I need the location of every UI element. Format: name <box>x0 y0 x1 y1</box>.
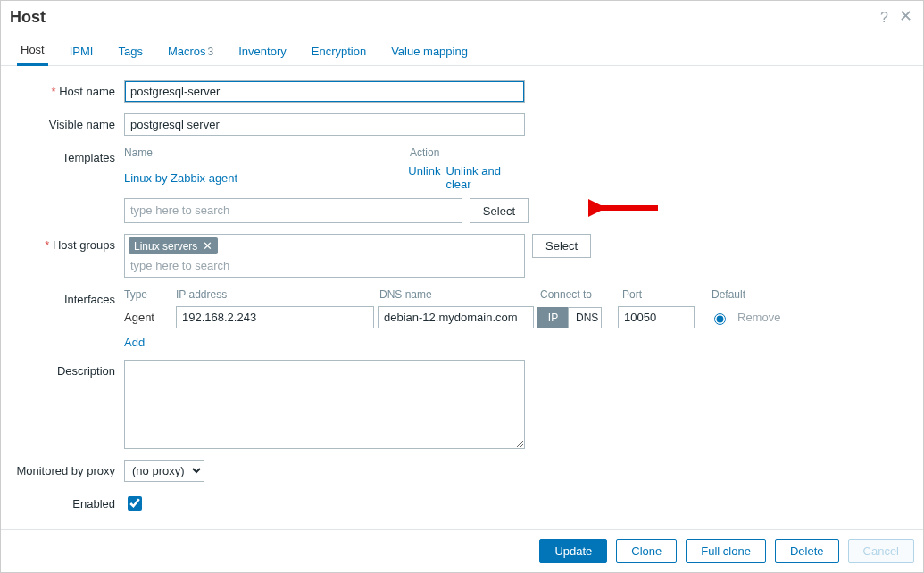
interface-type: Agent <box>124 311 176 324</box>
templates-header-action: Action <box>410 146 439 159</box>
tab-label: Tags <box>118 45 142 58</box>
host-groups-search-input[interactable] <box>129 257 520 274</box>
interfaces-header: Type IP address DNS name Connect to Port… <box>124 288 914 301</box>
tab-tags[interactable]: Tags <box>114 39 146 65</box>
template-row: Linux by Zabbix agent Unlink Unlink and … <box>124 164 529 191</box>
enabled-checkbox[interactable] <box>128 496 142 511</box>
form-body: Host name Visible name Templates Name Ac… <box>1 66 923 513</box>
templates-search-box[interactable] <box>124 198 462 223</box>
dialog-title: Host <box>10 8 880 27</box>
interface-default-radio[interactable] <box>714 313 726 325</box>
tabs: Host IPMI Tags Macros3 Inventory Encrypt… <box>1 30 923 66</box>
tab-macros[interactable]: Macros3 <box>164 39 217 65</box>
full-clone-button[interactable]: Full clone <box>686 539 766 563</box>
template-unlink[interactable]: Unlink <box>408 164 440 191</box>
tab-encryption[interactable]: Encryption <box>308 39 370 65</box>
interface-port-input[interactable] <box>618 306 695 328</box>
host-group-chip[interactable]: Linux servers ✕ <box>129 237 218 254</box>
templates-sub-header: Name Action <box>124 146 529 159</box>
tab-label: Inventory <box>238 45 286 58</box>
row-host-name: Host name <box>10 80 914 103</box>
templates-search-input[interactable] <box>129 202 458 219</box>
row-description: Description <box>10 360 914 449</box>
row-interfaces: Interfaces Type IP address DNS name Conn… <box>10 288 914 349</box>
tab-badge: 3 <box>208 46 214 58</box>
interface-ip-input[interactable] <box>176 306 374 328</box>
interface-remove-link[interactable]: Remove <box>737 311 780 324</box>
label-enabled: Enabled <box>10 493 124 511</box>
if-header-type: Type <box>124 288 176 301</box>
if-header-default: Default <box>712 288 762 301</box>
label-host-groups: Host groups <box>10 234 124 252</box>
proxy-select[interactable]: (no proxy) <box>124 460 204 482</box>
connect-to-dns[interactable]: DNS <box>568 307 602 328</box>
chip-remove-icon[interactable]: ✕ <box>203 239 212 253</box>
label-templates: Templates <box>10 146 124 164</box>
templates-block: Name Action Linux by Zabbix agent Unlink… <box>124 146 529 223</box>
tab-ipmi[interactable]: IPMI <box>66 39 97 65</box>
delete-button[interactable]: Delete <box>775 539 839 563</box>
visible-name-input[interactable] <box>124 113 525 136</box>
if-header-port: Port <box>622 288 712 301</box>
template-unlink-clear[interactable]: Unlink and clear <box>445 164 529 191</box>
tab-value-mapping[interactable]: Value mapping <box>387 39 471 65</box>
label-description: Description <box>10 360 124 378</box>
header-actions: ? ✕ <box>880 10 912 26</box>
row-host-groups: Host groups Linux servers ✕ Select <box>10 234 914 278</box>
connect-to-ip[interactable]: IP <box>537 307 568 328</box>
host-dialog: Host ? ✕ Host IPMI Tags Macros3 Inventor… <box>0 0 924 573</box>
templates-select-button[interactable]: Select <box>470 198 529 223</box>
update-button[interactable]: Update <box>539 539 607 563</box>
if-header-connect: Connect to <box>540 288 619 301</box>
description-textarea[interactable] <box>124 360 525 449</box>
host-name-input[interactable] <box>124 80 525 103</box>
connect-to-toggle: IP DNS <box>537 307 602 328</box>
if-header-ip: IP address <box>176 288 379 301</box>
row-proxy: Monitored by proxy (no proxy) <box>10 460 914 482</box>
dialog-footer: Update Clone Full clone Delete Cancel <box>1 529 923 572</box>
tab-label: Value mapping <box>391 45 468 58</box>
row-enabled: Enabled <box>10 493 914 513</box>
row-templates: Templates Name Action Linux by Zabbix ag… <box>10 146 914 223</box>
templates-header-name: Name <box>124 146 410 159</box>
row-visible-name: Visible name <box>10 113 914 136</box>
tab-label: Host <box>21 43 45 56</box>
label-host-name: Host name <box>10 80 124 98</box>
interface-row: Agent IP DNS Remove <box>124 306 914 328</box>
help-icon[interactable]: ? <box>880 10 888 26</box>
label-interfaces: Interfaces <box>10 288 124 306</box>
clone-button[interactable]: Clone <box>616 539 677 563</box>
tab-inventory[interactable]: Inventory <box>235 39 289 65</box>
tab-label: Encryption <box>312 45 366 58</box>
if-header-dns: DNS name <box>379 288 540 301</box>
interface-add-link[interactable]: Add <box>124 336 145 349</box>
dialog-header: Host ? ✕ <box>1 1 923 30</box>
label-visible-name: Visible name <box>10 113 124 131</box>
cancel-button[interactable]: Cancel <box>848 539 914 563</box>
tab-host[interactable]: Host <box>17 37 48 66</box>
host-groups-box[interactable]: Linux servers ✕ <box>124 234 525 278</box>
close-icon[interactable]: ✕ <box>899 10 912 26</box>
label-proxy: Monitored by proxy <box>10 460 124 478</box>
interface-dns-input[interactable] <box>378 306 534 328</box>
template-name-link[interactable]: Linux by Zabbix agent <box>124 171 408 185</box>
tab-label: Macros <box>168 45 206 58</box>
host-groups-select-button[interactable]: Select <box>532 234 591 258</box>
tab-label: IPMI <box>70 45 94 58</box>
host-group-chip-label: Linux servers <box>134 240 197 253</box>
